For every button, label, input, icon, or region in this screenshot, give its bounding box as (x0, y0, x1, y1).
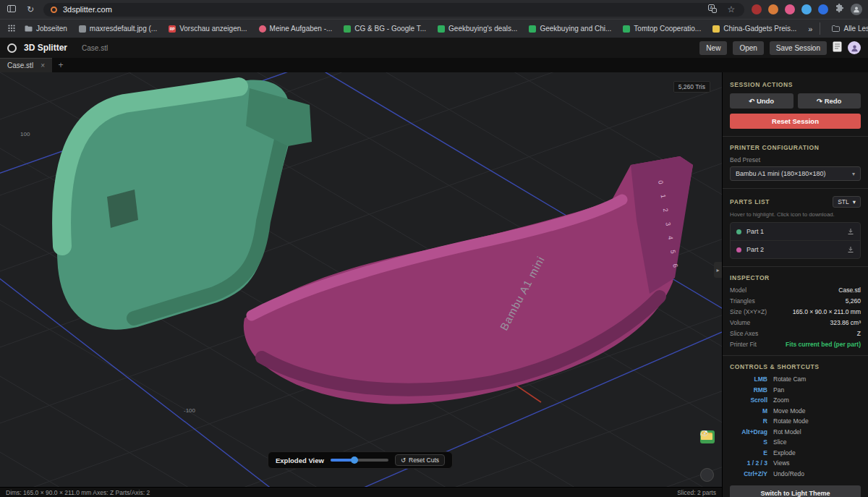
new-tab-button[interactable]: + (52, 58, 69, 72)
shortcut-row: MMove Mode (730, 407, 861, 415)
inspector-row-printer-fit: Printer Fit Fits current bed (per part) (730, 341, 861, 348)
session-actions-heading: SESSION ACTIONS (730, 81, 861, 88)
model-part-2-magenta[interactable]: 0 1 2 3 4 5 6 (244, 156, 693, 404)
bookmark-favicon: RP (169, 25, 176, 33)
bookmark-item[interactable]: CG & BG - Google T... (339, 22, 430, 35)
triangle-count-badge: 5,260 Tris (673, 81, 710, 93)
exploded-view-slider[interactable] (331, 456, 388, 464)
switch-theme-button[interactable]: Switch to Light Theme (730, 485, 861, 497)
shortcut-row: SSlice (730, 438, 861, 446)
extension-icons (752, 3, 862, 16)
bookmark-item[interactable]: Meine Aufgaben -... (255, 22, 337, 35)
new-button[interactable]: New (699, 41, 727, 55)
address-bar[interactable]: 3dsplitter.com A ☆ (43, 3, 744, 17)
bookmark-favicon (259, 25, 266, 33)
bookmark-folder-jobseiten[interactable]: Jobseiten (20, 22, 72, 35)
folder-icon (25, 25, 33, 32)
translate-icon[interactable]: A (708, 3, 717, 16)
app-title: 3D Splitter (24, 43, 67, 53)
bookmark-favicon (79, 25, 86, 33)
apps-grid-icon[interactable] (6, 24, 17, 34)
refresh-icon[interactable]: ↻ (25, 4, 36, 14)
shortcut-row: 1 / 2 / 3Views (730, 459, 861, 467)
changelog-icon[interactable] (833, 41, 842, 55)
download-icon[interactable] (847, 228, 854, 235)
app-window: ↻ 3dsplitter.com A ☆ (0, 0, 868, 497)
inspector-heading: INSPECTOR (730, 274, 861, 281)
reset-icon: ↺ (401, 456, 406, 464)
open-file-name: Case.stl (82, 44, 108, 52)
slider-thumb[interactable] (351, 456, 358, 464)
parts-list-heading: PARTS LIST (730, 198, 770, 205)
site-favicon (51, 7, 57, 13)
part-list-item[interactable]: Part 1 (731, 223, 860, 240)
parts-list: Part 1 Part 2 (730, 222, 861, 259)
open-button[interactable]: Open (733, 41, 763, 55)
visibility-eye-button[interactable] (700, 468, 714, 482)
bed-preset-label: Bed Preset (730, 156, 861, 163)
all-bookmarks-folder[interactable]: Alle Lesezeichen (827, 22, 868, 35)
model-part-1-green[interactable] (56, 80, 312, 330)
chevron-down-icon: ▾ (853, 198, 856, 205)
tab-close-icon[interactable]: × (41, 61, 45, 69)
undo-button[interactable]: ↶ Undo (730, 93, 793, 109)
undo-icon: ↶ (749, 97, 754, 105)
svg-text:-100: -100 (184, 407, 196, 414)
user-avatar[interactable] (848, 41, 861, 54)
extension-icon[interactable] (752, 4, 762, 14)
bookmark-favicon (344, 25, 351, 33)
tab-case-stl[interactable]: Case.stl × (0, 58, 52, 72)
part-list-item[interactable]: Part 2 (731, 240, 860, 258)
chevron-down-icon: ▾ (852, 171, 855, 177)
bookmark-favicon (623, 25, 630, 33)
viewport-3d[interactable]: 100 -100 -100 0 1 2 3 4 5 6 Bambu A1 min… (0, 72, 722, 487)
exploded-view-toolbar: Exploded View ↺ Reset Cuts (268, 451, 453, 469)
svg-text:100: 100 (20, 131, 30, 137)
parts-list-hint: Hover to highlight. Click icon to downlo… (730, 211, 861, 218)
bookmark-item[interactable]: RP Vorschau anzeigen... (164, 22, 251, 35)
bookmark-item[interactable]: maxresdefault.jpg (... (75, 22, 161, 35)
bookmark-item[interactable]: Geekbuying's deals... (433, 22, 522, 35)
controls-shortcuts-heading: CONTROLS & SHORTCUTS (730, 363, 861, 370)
bookmark-star-icon[interactable]: ☆ (726, 4, 737, 14)
reset-cuts-button[interactable]: ↺ Reset Cuts (395, 454, 445, 466)
extensions-puzzle-icon[interactable] (835, 3, 844, 16)
bed-preset-select[interactable]: Bambu A1 mini (180×180×180) ▾ (730, 166, 861, 181)
url-text: 3dsplitter.com (63, 5, 112, 14)
inspector-row: Slice Axes Z (730, 330, 861, 337)
app-header: 3D Splitter Case.stl New Open Save Sessi… (0, 38, 868, 58)
bookmark-item[interactable]: China-Gadgets Preis... (708, 22, 801, 35)
bookmarks-bar: Jobseiten maxresdefault.jpg (... RP Vors… (0, 19, 868, 38)
export-format-select[interactable]: STL ▾ (833, 196, 861, 208)
extension-icon[interactable] (818, 4, 828, 14)
extension-icon[interactable] (785, 4, 795, 14)
shortcut-row: Alt+DragRot Model (730, 428, 861, 436)
bookmark-item[interactable]: Geekbuying and Chi... (524, 22, 616, 35)
printer-configuration-heading: PRINTER CONFIGURATION (730, 144, 861, 151)
inspector-row: Model Case.stl (730, 286, 861, 294)
part-color-dot (736, 247, 741, 252)
side-panel-icon[interactable] (6, 4, 17, 15)
shortcut-row: RMBPan (730, 386, 861, 394)
viewport-side-buttons (700, 430, 715, 482)
bookmark-favicon (712, 25, 720, 33)
save-session-button[interactable]: Save Session (770, 41, 827, 55)
extension-icon[interactable] (768, 4, 778, 14)
status-sliced-text: Sliced: 2 parts (677, 489, 716, 496)
bookmark-item[interactable]: Tomtop Cooperatio... (618, 22, 705, 35)
bookmarks-overflow-chevron[interactable]: » (804, 25, 817, 33)
shortcut-row: ScrollZoom (730, 396, 861, 404)
redo-button[interactable]: ↷ Redo (798, 93, 861, 109)
shortcut-row: RRotate Mode (730, 417, 861, 425)
sidebar-collapse-handle[interactable]: ▸ (714, 262, 722, 278)
extension-icon[interactable] (801, 4, 812, 14)
folder-icon (832, 25, 840, 32)
reset-session-button[interactable]: Reset Session (730, 114, 861, 129)
part-color-dot (736, 229, 741, 234)
download-icon[interactable] (847, 246, 854, 253)
redo-icon: ↷ (817, 97, 822, 105)
open-folder-button[interactable] (700, 449, 715, 462)
status-bar: Dims: 165.0 × 90.0 × 211.0 mm Axes: Z Pa… (0, 487, 722, 497)
profile-avatar[interactable] (851, 4, 862, 15)
status-dims-text: Dims: 165.0 × 90.0 × 211.0 mm Axes: Z Pa… (6, 489, 150, 496)
